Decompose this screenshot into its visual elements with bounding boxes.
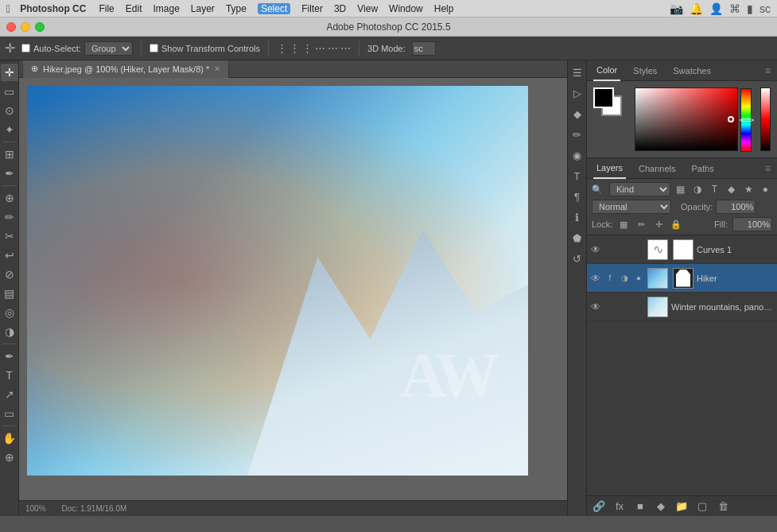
menu-filter[interactable]: Filter — [301, 3, 323, 14]
layer-row-curves[interactable]: 👁 ∿ Curves 1 — [587, 235, 777, 264]
layer-visibility-curves[interactable]: 👁 — [590, 244, 601, 255]
filter-type-icon[interactable]: T — [708, 182, 721, 196]
fill-input[interactable] — [732, 217, 772, 231]
filter-adjust-icon[interactable]: ◑ — [691, 182, 705, 196]
channels-panel-icon[interactable]: ▷ — [569, 84, 586, 102]
lock-transparent-icon[interactable]: ▦ — [617, 218, 630, 231]
menu-layer[interactable]: Layer — [191, 3, 215, 14]
notification-icon[interactable]: 🔔 — [690, 2, 703, 15]
link-layers-icon[interactable]: 🔗 — [592, 499, 606, 514]
transform-controls-checkbox[interactable] — [150, 44, 158, 52]
opacity-input[interactable] — [716, 200, 756, 214]
lock-all-icon[interactable]: 🔒 — [670, 218, 682, 231]
canvas-wrapper[interactable]: AW — [19, 78, 567, 500]
dodge-tool[interactable]: ◑ — [1, 323, 18, 340]
close-button[interactable] — [6, 22, 16, 32]
brush-tool[interactable]: ✏ — [1, 208, 18, 226]
tab-paths[interactable]: Paths — [689, 158, 717, 179]
pen-tool[interactable]: ✒ — [1, 348, 18, 365]
paths-icon[interactable]: ⬟ — [569, 229, 586, 247]
app-name[interactable]: Photoshop CC — [20, 3, 86, 14]
gradient-tool[interactable]: ▤ — [1, 285, 18, 302]
history-brush-tool[interactable]: ↩ — [1, 247, 18, 264]
new-layer-icon[interactable]: ▢ — [695, 499, 709, 514]
eyedropper-tool[interactable]: ✒ — [1, 165, 18, 182]
hand-tool[interactable]: ✋ — [1, 429, 18, 447]
type-tool[interactable]: T — [1, 367, 18, 384]
filter-smart-icon[interactable]: ★ — [741, 182, 755, 196]
layer-effects-footer-icon[interactable]: fx — [612, 499, 627, 514]
lock-paint-icon[interactable]: ✏ — [635, 218, 647, 231]
minimize-button[interactable] — [21, 22, 30, 32]
user-icon[interactable]: 👤 — [709, 2, 723, 15]
alpha-strip[interactable] — [760, 87, 771, 151]
wifi-icon[interactable]: ⌘ — [729, 2, 740, 15]
filter-shape-icon[interactable]: ◆ — [725, 182, 738, 196]
blur-tool[interactable]: ◎ — [1, 304, 18, 321]
filter-active[interactable]: ● — [759, 182, 772, 196]
history-icon[interactable]: ↺ — [569, 250, 586, 267]
tab-color[interactable]: Color — [593, 60, 620, 81]
delete-layer-icon[interactable]: 🗑 — [716, 499, 730, 514]
blend-mode-dropdown[interactable]: Normal — [592, 200, 671, 214]
align-right-icon[interactable]: ⋮ — [302, 42, 313, 54]
color-panel-icon[interactable]: ◉ — [569, 146, 586, 164]
dropbox-icon[interactable]: 📷 — [670, 2, 683, 15]
3d-mode-input[interactable] — [412, 41, 436, 56]
battery-icon[interactable]: ▮ — [747, 2, 753, 15]
lasso-tool[interactable]: ⊙ — [1, 102, 18, 119]
color-gradient-picker[interactable] — [635, 87, 738, 151]
lock-position-icon[interactable]: ✛ — [652, 218, 665, 231]
properties-icon[interactable]: ℹ — [569, 208, 586, 226]
layer-row-hiker[interactable]: 👁 f ◑ ● Hiker — [587, 264, 777, 293]
tab-styles[interactable]: Styles — [630, 60, 660, 81]
menu-view[interactable]: View — [357, 3, 378, 14]
crop-tool[interactable]: ⊞ — [1, 146, 18, 163]
filter-kind-dropdown[interactable]: Kind — [609, 182, 670, 196]
tab-layers[interactable]: Layers — [593, 158, 626, 179]
menu-3d[interactable]: 3D — [334, 3, 346, 14]
tab-swatches[interactable]: Swatches — [670, 60, 714, 81]
add-mask-icon[interactable]: ■ — [633, 499, 647, 514]
filter-pixel-icon[interactable]: ▦ — [674, 182, 687, 196]
menu-edit[interactable]: Edit — [126, 3, 142, 14]
color-panel-menu[interactable]: ≡ — [765, 65, 771, 76]
shape-tool[interactable]: ▭ — [1, 405, 18, 422]
align-center-icon[interactable]: ⋮ — [289, 42, 300, 54]
document-tab[interactable]: ⊕ Hiker.jpeg @ 100% (Hiker, Layer Mask/8… — [22, 60, 229, 78]
brush-settings-icon[interactable]: ✏ — [569, 126, 586, 143]
clone-stamp-tool[interactable]: ✂ — [1, 227, 18, 245]
eraser-tool[interactable]: ⊘ — [1, 266, 18, 283]
apple-menu-icon[interactable]:  — [6, 2, 10, 15]
foreground-color-swatch[interactable] — [593, 87, 614, 108]
menu-image[interactable]: Image — [153, 3, 179, 14]
auto-select-dropdown[interactable]: Group — [84, 41, 133, 56]
layer-row-mountains[interactable]: 👁 Winter mountains, panora... — [587, 293, 777, 321]
auto-select-checkbox[interactable] — [21, 44, 30, 52]
path-selection-tool[interactable]: ↗ — [1, 386, 18, 403]
align-middle-icon[interactable]: ⋯ — [328, 42, 338, 54]
align-top-icon[interactable]: ⋯ — [315, 42, 325, 54]
character-icon[interactable]: T — [569, 167, 586, 184]
maximize-button[interactable] — [35, 22, 45, 32]
align-bottom-icon[interactable]: ⋯ — [340, 42, 351, 54]
healing-brush-tool[interactable]: ⊕ — [1, 189, 18, 207]
menu-type[interactable]: Type — [226, 3, 247, 14]
layer-visibility-mountains[interactable]: 👁 — [590, 301, 601, 313]
zoom-tool[interactable]: ⊕ — [1, 449, 18, 466]
layers-panel-icon[interactable]: ☰ — [569, 64, 586, 81]
menu-help[interactable]: Help — [434, 3, 454, 14]
hue-strip[interactable] — [740, 88, 752, 152]
layer-visibility-hiker[interactable]: 👁 — [590, 273, 601, 284]
paragraph-icon[interactable]: ¶ — [569, 188, 586, 205]
new-fill-layer-icon[interactable]: ◆ — [654, 499, 668, 514]
menu-select[interactable]: Select — [258, 3, 290, 14]
move-tool[interactable]: ✛ — [1, 64, 18, 81]
tab-channels[interactable]: Channels — [635, 158, 678, 179]
new-group-icon[interactable]: 📁 — [674, 499, 689, 514]
layers-panel-menu[interactable]: ≡ — [765, 163, 771, 174]
menu-window[interactable]: Window — [389, 3, 423, 14]
marquee-tool[interactable]: ▭ — [1, 83, 18, 100]
menu-file[interactable]: File — [99, 3, 114, 14]
tab-close-icon[interactable]: ✕ — [214, 64, 220, 73]
